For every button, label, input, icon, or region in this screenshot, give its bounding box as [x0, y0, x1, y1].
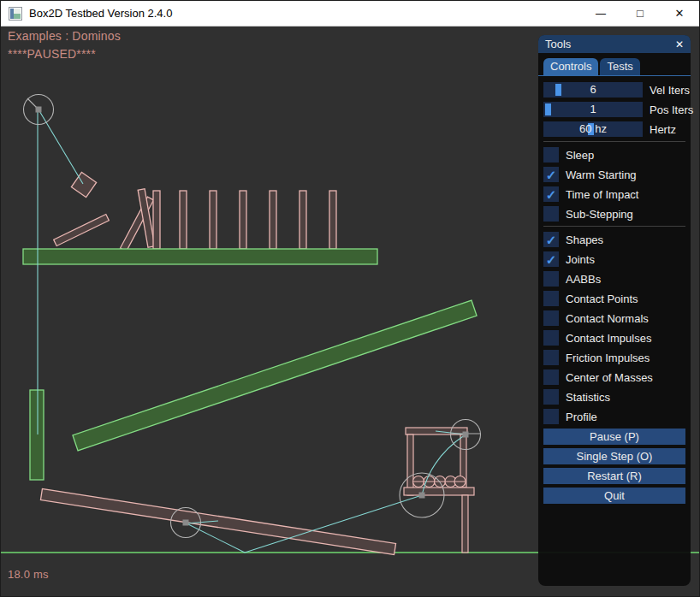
checkbox-label: Center of Masses [566, 371, 653, 384]
domino[interactable] [180, 191, 187, 249]
slider-section: 6Vel Iters1Pos Iters60 hzHertz [543, 82, 685, 137]
checkbox-label: AABBs [566, 273, 601, 286]
checkbox[interactable]: ✓ [543, 232, 559, 247]
checkbox[interactable] [543, 147, 559, 163]
tools-panel-titlebar[interactable]: Tools ✕ [538, 35, 691, 53]
slider-label: Hertz [650, 123, 676, 136]
checkbox-label: Time of Impact [566, 188, 638, 201]
domino[interactable] [210, 191, 217, 249]
checkbox-row-contact-normals[interactable]: Contact Normals [543, 310, 685, 326]
maximize-button[interactable]: □ [620, 1, 660, 26]
checkbox[interactable] [543, 291, 559, 306]
checkbox-label: Contact Points [566, 293, 638, 305]
tools-panel-title: Tools [545, 38, 571, 50]
seesaw-plank[interactable] [40, 489, 395, 555]
slider-track-pos-iters[interactable]: 1 [543, 102, 643, 117]
slider-row: 1Pos Iters [543, 102, 685, 117]
checkbox-row-joints[interactable]: ✓Joints [543, 251, 685, 267]
checkbox-label: Joints [566, 253, 595, 266]
checkbox[interactable] [543, 389, 559, 405]
quit-button[interactable]: Quit [543, 488, 685, 504]
checkbox-label: Friction Impulses [566, 352, 650, 364]
domino[interactable] [329, 191, 336, 249]
frame-bar[interactable] [407, 434, 413, 495]
checkbox-row-center-of-masses[interactable]: Center of Masses [543, 369, 685, 385]
domino[interactable] [153, 191, 160, 249]
slider-value: 60 hz [543, 121, 643, 137]
checkbox[interactable]: ✓ [543, 186, 559, 202]
separator [543, 141, 685, 142]
slider-track-vel-iters[interactable]: 6 [543, 82, 643, 98]
window-controls: — □ ✕ [581, 1, 699, 26]
domino[interactable] [240, 191, 246, 249]
simulation-canvas[interactable]: Examples : Dominos ****PAUSED**** 18.0 m… [1, 27, 700, 597]
slider-value: 1 [543, 102, 643, 117]
slider-row: 60 hzHertz [543, 121, 685, 137]
checkbox-row-friction-impulses[interactable]: Friction Impulses [543, 350, 685, 365]
checkbox-row-contact-impulses[interactable]: Contact Impulses [543, 330, 685, 346]
joint-marker [183, 520, 189, 526]
checkbox[interactable] [543, 350, 559, 365]
panel-content: 6Vel Iters1Pos Iters60 hzHertz Sleep✓War… [538, 76, 691, 504]
draw-checkbox-section: ✓Shapes✓JointsAABBsContact PointsContact… [543, 232, 685, 424]
example-label: Examples : Dominos [8, 29, 121, 43]
checkbox-row-warm-starting[interactable]: ✓Warm Starting [543, 167, 685, 182]
close-button[interactable]: ✕ [660, 1, 699, 26]
solver-checkbox-section: Sleep✓Warm Starting✓Time of ImpactSub-St… [543, 147, 685, 222]
checkbox[interactable] [543, 206, 559, 222]
panel-tabbar: Controls Tests [538, 53, 691, 76]
slider-label: Vel Iters [650, 84, 690, 97]
checkbox-row-contact-points[interactable]: Contact Points [543, 291, 685, 306]
checkbox[interactable]: ✓ [543, 251, 559, 267]
checkbox[interactable] [543, 369, 559, 385]
maximize-icon: □ [637, 7, 644, 20]
tab-tests[interactable]: Tests [600, 58, 639, 75]
pendulum-bob[interactable] [71, 172, 96, 197]
panel-close-icon[interactable]: ✕ [675, 38, 684, 50]
checkbox-row-shapes[interactable]: ✓Shapes [543, 232, 685, 247]
checkbox[interactable] [543, 409, 559, 424]
checkbox-row-time-of-impact[interactable]: ✓Time of Impact [543, 186, 685, 202]
minimize-button[interactable]: — [581, 1, 620, 26]
window-title: Box2D Testbed Version 2.4.0 [29, 7, 172, 20]
slider-label: Pos Iters [650, 103, 693, 116]
domino-shelf [23, 249, 377, 264]
separator [543, 226, 685, 227]
checkbox-label: Shapes [566, 233, 603, 246]
checkbox-label: Sleep [566, 149, 594, 162]
frame-bar[interactable] [404, 488, 474, 495]
checkbox-row-statistics[interactable]: Statistics [543, 389, 685, 405]
static-block [30, 390, 44, 480]
domino[interactable] [54, 215, 110, 246]
checkbox-label: Statistics [566, 391, 610, 404]
paused-label: ****PAUSED**** [8, 47, 96, 61]
checkbox-label: Contact Normals [566, 312, 649, 325]
joint-marker [36, 107, 42, 113]
checkbox-label: Contact Impulses [566, 332, 651, 345]
checkbox[interactable] [543, 310, 559, 326]
checkbox[interactable] [543, 330, 559, 346]
frame-bar[interactable] [462, 495, 468, 553]
tab-controls[interactable]: Controls [543, 58, 598, 75]
tools-panel: Tools ✕ Controls Tests 6Vel Iters1Pos It… [538, 35, 691, 586]
checkbox-label: Sub-Stepping [566, 208, 633, 221]
checkbox-row-sub-stepping[interactable]: Sub-Stepping [543, 206, 685, 222]
checkbox-row-sleep[interactable]: Sleep [543, 147, 685, 163]
joint-marker [463, 432, 469, 438]
pause-button[interactable]: Pause (P) [543, 429, 685, 445]
slider-row: 6Vel Iters [543, 82, 685, 98]
checkbox[interactable]: ✓ [543, 167, 559, 182]
app-icon [9, 7, 22, 21]
domino[interactable] [300, 191, 306, 249]
single-button[interactable]: Single Step (O) [543, 448, 685, 464]
slider-value: 6 [543, 82, 643, 98]
checkbox[interactable] [543, 271, 559, 287]
joint-wire [39, 109, 83, 184]
restart-button[interactable]: Restart (R) [543, 468, 685, 484]
domino[interactable] [270, 191, 276, 249]
slider-track-hertz[interactable]: 60 hz [543, 121, 643, 137]
checkbox-row-profile[interactable]: Profile [543, 409, 685, 424]
checkbox-label: Warm Starting [566, 168, 637, 181]
minimize-icon: — [596, 8, 606, 20]
checkbox-row-aabbs[interactable]: AABBs [543, 271, 685, 287]
